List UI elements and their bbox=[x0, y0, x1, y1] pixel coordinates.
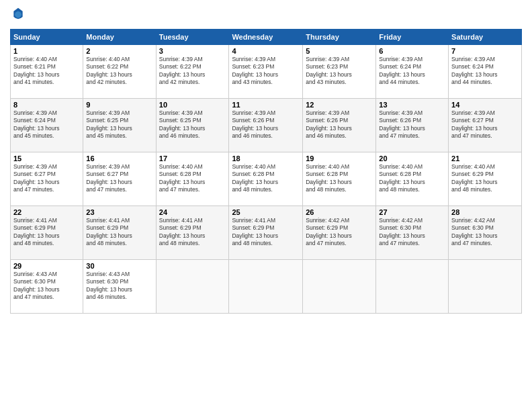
day-number: 6 bbox=[379, 47, 445, 55]
day-number: 7 bbox=[451, 47, 519, 55]
day-info: Sunrise: 4:41 AMSunset: 6:29 PMDaylight:… bbox=[159, 217, 226, 248]
header-friday: Friday bbox=[376, 29, 449, 44]
calendar-cell: 17Sunrise: 4:40 AMSunset: 6:28 PMDayligh… bbox=[156, 152, 229, 205]
day-number: 3 bbox=[159, 47, 226, 55]
calendar-cell: 27Sunrise: 4:42 AMSunset: 6:30 PMDayligh… bbox=[376, 205, 449, 259]
day-info: Sunrise: 4:39 AMSunset: 6:24 PMDaylight:… bbox=[13, 109, 80, 140]
day-number: 25 bbox=[232, 208, 300, 216]
day-number: 15 bbox=[13, 154, 80, 163]
week-row-1: 1Sunrise: 4:40 AMSunset: 6:21 PMDaylight… bbox=[11, 44, 522, 98]
calendar-cell: 18Sunrise: 4:40 AMSunset: 6:28 PMDayligh… bbox=[229, 152, 303, 205]
day-info: Sunrise: 4:39 AMSunset: 6:24 PMDaylight:… bbox=[379, 56, 445, 87]
page: SundayMondayTuesdayWednesdayThursdayFrid… bbox=[0, 0, 532, 411]
day-number: 9 bbox=[86, 101, 152, 109]
day-info: Sunrise: 4:41 AMSunset: 6:29 PMDaylight:… bbox=[13, 217, 80, 248]
logo-text bbox=[10, 7, 25, 24]
calendar-cell bbox=[376, 259, 449, 313]
logo bbox=[10, 7, 25, 24]
calendar-cell: 6Sunrise: 4:39 AMSunset: 6:24 PMDaylight… bbox=[376, 44, 449, 98]
calendar-cell: 14Sunrise: 4:39 AMSunset: 6:27 PMDayligh… bbox=[449, 98, 522, 152]
day-info: Sunrise: 4:39 AMSunset: 6:23 PMDaylight:… bbox=[306, 56, 373, 87]
day-info: Sunrise: 4:39 AMSunset: 6:22 PMDaylight:… bbox=[159, 56, 226, 87]
calendar-cell: 1Sunrise: 4:40 AMSunset: 6:21 PMDaylight… bbox=[11, 44, 83, 98]
day-info: Sunrise: 4:42 AMSunset: 6:30 PMDaylight:… bbox=[379, 217, 445, 248]
day-number: 16 bbox=[86, 154, 152, 163]
day-info: Sunrise: 4:39 AMSunset: 6:26 PMDaylight:… bbox=[232, 109, 300, 140]
day-number: 8 bbox=[13, 101, 80, 109]
day-info: Sunrise: 4:39 AMSunset: 6:26 PMDaylight:… bbox=[306, 109, 373, 140]
calendar-cell: 25Sunrise: 4:41 AMSunset: 6:29 PMDayligh… bbox=[229, 205, 303, 259]
calendar-cell: 22Sunrise: 4:41 AMSunset: 6:29 PMDayligh… bbox=[11, 205, 83, 259]
calendar-cell: 15Sunrise: 4:39 AMSunset: 6:27 PMDayligh… bbox=[11, 152, 83, 205]
day-info: Sunrise: 4:40 AMSunset: 6:29 PMDaylight:… bbox=[451, 163, 519, 194]
calendar-cell: 2Sunrise: 4:40 AMSunset: 6:22 PMDaylight… bbox=[83, 44, 156, 98]
day-number: 14 bbox=[451, 101, 519, 109]
calendar-cell: 28Sunrise: 4:42 AMSunset: 6:30 PMDayligh… bbox=[449, 205, 522, 259]
day-number: 1 bbox=[13, 47, 80, 55]
header bbox=[10, 7, 522, 24]
header-thursday: Thursday bbox=[303, 29, 376, 44]
day-number: 24 bbox=[159, 208, 226, 216]
week-row-2: 8Sunrise: 4:39 AMSunset: 6:24 PMDaylight… bbox=[11, 98, 522, 152]
calendar-cell: 13Sunrise: 4:39 AMSunset: 6:26 PMDayligh… bbox=[376, 98, 449, 152]
day-number: 13 bbox=[379, 101, 445, 109]
calendar-cell: 16Sunrise: 4:39 AMSunset: 6:27 PMDayligh… bbox=[83, 152, 156, 205]
day-info: Sunrise: 4:42 AMSunset: 6:29 PMDaylight:… bbox=[306, 217, 373, 248]
calendar-cell bbox=[229, 259, 303, 313]
day-number: 5 bbox=[306, 47, 373, 55]
day-number: 10 bbox=[159, 101, 226, 109]
header-wednesday: Wednesday bbox=[229, 29, 303, 44]
day-info: Sunrise: 4:40 AMSunset: 6:28 PMDaylight:… bbox=[379, 163, 445, 194]
day-number: 26 bbox=[306, 208, 373, 216]
calendar-cell: 4Sunrise: 4:39 AMSunset: 6:23 PMDaylight… bbox=[229, 44, 303, 98]
day-info: Sunrise: 4:39 AMSunset: 6:24 PMDaylight:… bbox=[451, 56, 519, 87]
day-info: Sunrise: 4:40 AMSunset: 6:28 PMDaylight:… bbox=[159, 163, 226, 194]
day-number: 30 bbox=[86, 262, 152, 270]
day-number: 4 bbox=[232, 47, 300, 55]
calendar-cell: 29Sunrise: 4:43 AMSunset: 6:30 PMDayligh… bbox=[11, 259, 83, 313]
calendar-cell: 12Sunrise: 4:39 AMSunset: 6:26 PMDayligh… bbox=[303, 98, 376, 152]
day-info: Sunrise: 4:39 AMSunset: 6:27 PMDaylight:… bbox=[451, 109, 519, 140]
header-saturday: Saturday bbox=[449, 29, 522, 44]
calendar-cell: 20Sunrise: 4:40 AMSunset: 6:28 PMDayligh… bbox=[376, 152, 449, 205]
calendar-cell: 3Sunrise: 4:39 AMSunset: 6:22 PMDaylight… bbox=[156, 44, 229, 98]
day-info: Sunrise: 4:41 AMSunset: 6:29 PMDaylight:… bbox=[232, 217, 300, 248]
calendar-cell: 21Sunrise: 4:40 AMSunset: 6:29 PMDayligh… bbox=[449, 152, 522, 205]
calendar-cell: 7Sunrise: 4:39 AMSunset: 6:24 PMDaylight… bbox=[449, 44, 522, 98]
calendar-cell bbox=[303, 259, 376, 313]
calendar-cell: 9Sunrise: 4:39 AMSunset: 6:25 PMDaylight… bbox=[83, 98, 156, 152]
day-info: Sunrise: 4:40 AMSunset: 6:22 PMDaylight:… bbox=[86, 56, 152, 87]
calendar-cell: 11Sunrise: 4:39 AMSunset: 6:26 PMDayligh… bbox=[229, 98, 303, 152]
calendar-cell: 26Sunrise: 4:42 AMSunset: 6:29 PMDayligh… bbox=[303, 205, 376, 259]
day-number: 27 bbox=[379, 208, 445, 216]
day-number: 21 bbox=[451, 154, 519, 163]
day-info: Sunrise: 4:40 AMSunset: 6:28 PMDaylight:… bbox=[232, 163, 300, 194]
day-info: Sunrise: 4:39 AMSunset: 6:23 PMDaylight:… bbox=[232, 56, 300, 87]
day-info: Sunrise: 4:39 AMSunset: 6:26 PMDaylight:… bbox=[379, 109, 445, 140]
week-row-3: 15Sunrise: 4:39 AMSunset: 6:27 PMDayligh… bbox=[11, 152, 522, 205]
day-number: 17 bbox=[159, 154, 226, 163]
week-row-5: 29Sunrise: 4:43 AMSunset: 6:30 PMDayligh… bbox=[11, 259, 522, 313]
day-number: 22 bbox=[13, 208, 80, 216]
logo-icon bbox=[11, 7, 25, 20]
day-number: 28 bbox=[451, 208, 519, 216]
day-number: 29 bbox=[13, 262, 80, 270]
day-info: Sunrise: 4:41 AMSunset: 6:29 PMDaylight:… bbox=[86, 217, 152, 248]
calendar-cell: 8Sunrise: 4:39 AMSunset: 6:24 PMDaylight… bbox=[11, 98, 83, 152]
calendar-header-row: SundayMondayTuesdayWednesdayThursdayFrid… bbox=[11, 29, 522, 44]
day-number: 18 bbox=[232, 154, 300, 163]
day-number: 12 bbox=[306, 101, 373, 109]
day-number: 20 bbox=[379, 154, 445, 163]
calendar-cell: 30Sunrise: 4:43 AMSunset: 6:30 PMDayligh… bbox=[83, 259, 156, 313]
day-info: Sunrise: 4:43 AMSunset: 6:30 PMDaylight:… bbox=[13, 271, 80, 302]
calendar-cell: 5Sunrise: 4:39 AMSunset: 6:23 PMDaylight… bbox=[303, 44, 376, 98]
day-info: Sunrise: 4:40 AMSunset: 6:28 PMDaylight:… bbox=[306, 163, 373, 194]
day-number: 19 bbox=[306, 154, 373, 163]
calendar-cell bbox=[156, 259, 229, 313]
calendar-cell: 19Sunrise: 4:40 AMSunset: 6:28 PMDayligh… bbox=[303, 152, 376, 205]
header-sunday: Sunday bbox=[11, 29, 83, 44]
calendar-table: SundayMondayTuesdayWednesdayThursdayFrid… bbox=[10, 29, 522, 314]
day-number: 2 bbox=[86, 47, 152, 55]
day-info: Sunrise: 4:39 AMSunset: 6:27 PMDaylight:… bbox=[13, 163, 80, 194]
day-number: 23 bbox=[86, 208, 152, 216]
